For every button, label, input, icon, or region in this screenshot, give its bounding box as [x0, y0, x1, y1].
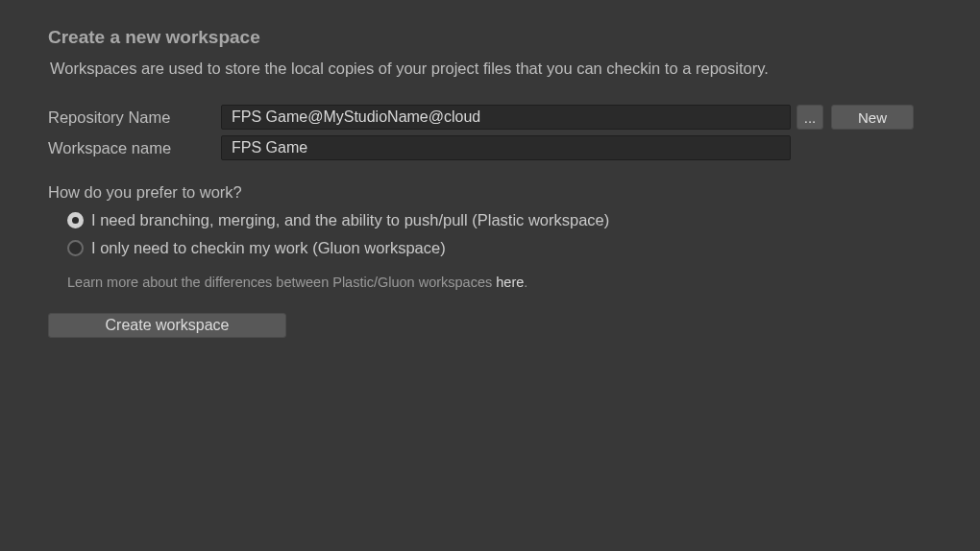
create-workspace-button[interactable]: Create workspace	[48, 313, 286, 338]
learn-more-suffix: .	[524, 275, 527, 290]
repository-label: Repository Name	[48, 108, 221, 127]
learn-more-text: Learn more about the differences between…	[48, 275, 932, 290]
radio-label: I only need to checkin my work (Gluon wo…	[91, 239, 446, 257]
page-title: Create a new workspace	[48, 27, 932, 48]
radio-label: I need branching, merging, and the abili…	[91, 211, 609, 229]
preference-prompt: How do you prefer to work?	[48, 183, 932, 202]
new-repository-button[interactable]: New	[831, 105, 914, 130]
workspace-row: Workspace name	[48, 135, 932, 160]
workspace-input[interactable]	[221, 135, 791, 160]
browse-repository-button[interactable]: ...	[796, 105, 823, 130]
repository-input[interactable]	[221, 105, 791, 130]
repository-row: Repository Name ... New	[48, 105, 932, 130]
radio-icon	[67, 240, 84, 256]
radio-option-plastic[interactable]: I need branching, merging, and the abili…	[48, 211, 932, 229]
learn-more-link[interactable]: here	[496, 275, 524, 290]
page-description: Workspaces are used to store the local c…	[50, 60, 932, 78]
workspace-label: Workspace name	[48, 139, 221, 157]
radio-option-gluon[interactable]: I only need to checkin my work (Gluon wo…	[48, 239, 932, 257]
learn-more-prefix: Learn more about the differences between…	[67, 275, 496, 290]
radio-icon	[67, 212, 84, 228]
